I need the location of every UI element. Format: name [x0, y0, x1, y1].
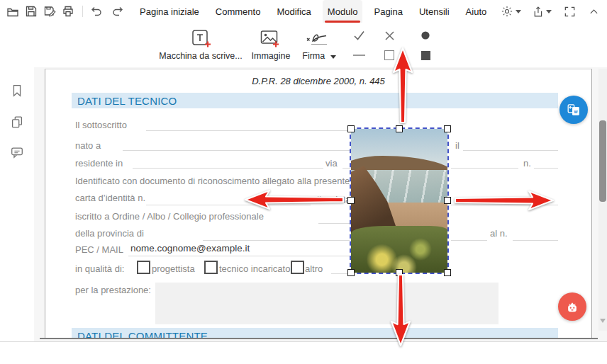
resize-handle-nw[interactable]: [347, 125, 355, 132]
form-field-line[interactable]: [513, 240, 558, 241]
resize-handle-se[interactable]: [444, 269, 451, 276]
comments-button[interactable]: [7, 142, 27, 162]
form-label-iscritto: iscritto a Ordine / Albo / Collegio prof…: [75, 211, 264, 222]
image-add-icon: [260, 29, 281, 49]
form-label-carta-identita: carta d’identità n.: [75, 193, 145, 203]
scrollbar-thumb[interactable]: [599, 120, 606, 202]
share-button[interactable]: [532, 6, 552, 18]
fullscreen-icon: [564, 6, 576, 18]
chevron-up-icon: [588, 6, 600, 18]
menu-utensili[interactable]: Utensili: [414, 0, 455, 23]
checkbox-label-tecnico: tecnico incaricato: [219, 263, 290, 274]
resize-arrow-down: [389, 273, 412, 347]
cross-mark-tool[interactable]: [379, 27, 399, 44]
typewriter-tool-button[interactable]: [191, 28, 212, 49]
checkbox-label-progettista: progettista: [152, 263, 195, 274]
menu-pagina-iniziale[interactable]: Pagina iniziale: [135, 0, 204, 23]
checkbox-altro[interactable]: [291, 261, 304, 274]
form-label-via: via: [325, 158, 338, 169]
form-label-al-n: al n.: [490, 228, 508, 239]
check-mark-tool[interactable]: [349, 27, 369, 44]
save-as-icon: [43, 5, 56, 18]
robot-mascot-icon: [563, 297, 581, 316]
menu-pagina[interactable]: Pagina: [369, 0, 407, 23]
form-field-line[interactable]: [451, 168, 518, 169]
open-file-button[interactable]: [4, 3, 21, 20]
check-mark-icon: [352, 30, 365, 41]
pages-icon: [10, 115, 24, 129]
form-label-identificato: Identificato con documento di riconoscim…: [75, 176, 350, 186]
form-field-line[interactable]: [343, 168, 351, 169]
print-icon: [62, 5, 74, 18]
signature-icon: [305, 30, 329, 47]
form-label-qualita: in qualità di:: [75, 263, 124, 274]
form-field-line[interactable]: [133, 168, 323, 169]
square-filled-tool[interactable]: [416, 47, 435, 64]
chevron-down-icon: [546, 10, 552, 13]
checkbox-progettista[interactable]: [137, 261, 150, 274]
assistant-robot-button[interactable]: [558, 292, 586, 321]
convert-to-word-icon: w: [564, 101, 583, 119]
line-icon: [353, 55, 365, 56]
signature-tool-label: Firma: [294, 51, 344, 61]
resize-handle-sw[interactable]: [347, 269, 355, 276]
filled-dot-icon: [421, 30, 430, 40]
print-button[interactable]: [60, 3, 77, 20]
form-label-nato-a: nato a: [75, 140, 101, 151]
svg-text:w: w: [573, 109, 578, 114]
menu-modulo[interactable]: Modulo: [323, 0, 363, 23]
signature-tool-button[interactable]: [305, 30, 329, 47]
checkbox-tecnico-incaricato[interactable]: [204, 261, 218, 274]
save-button[interactable]: [23, 3, 40, 20]
pec-mail-value[interactable]: nome.cognome@example.it: [130, 243, 250, 254]
resize-handle-e[interactable]: [444, 197, 451, 204]
form-field-line[interactable]: [128, 256, 350, 256]
form-label-prestazione: per la prestazione:: [75, 285, 151, 295]
typewriter-add-icon: [191, 28, 212, 49]
form-field-line[interactable]: [534, 168, 558, 169]
vertical-scrollbar[interactable]: [598, 69, 607, 331]
form-field-line[interactable]: [463, 150, 558, 151]
bookmarks-button[interactable]: [7, 81, 27, 101]
prestazione-textarea[interactable]: [155, 283, 499, 324]
page-bottom-edge: [40, 338, 598, 339]
fullscreen-button[interactable]: [564, 6, 576, 18]
menu-modifica[interactable]: Modifica: [272, 0, 316, 23]
form-field-line[interactable]: [451, 240, 487, 241]
save-icon: [25, 5, 38, 18]
square-filled-icon: [421, 51, 430, 60]
resize-arrow-left: [244, 189, 345, 210]
menubar: Pagina iniziale Commento Modifica Modulo…: [0, 0, 607, 23]
theme-toggle-button[interactable]: [501, 5, 521, 18]
selected-image[interactable]: [351, 129, 447, 273]
document-reference-note: D.P.R. 28 dicembre 2000, n. 445: [45, 76, 591, 86]
form-label-il: il: [455, 140, 460, 151]
redo-button[interactable]: [109, 3, 126, 20]
image-tool-button[interactable]: [260, 29, 281, 49]
collapse-toolbar-button[interactable]: [588, 6, 600, 18]
window-controls: [501, 0, 600, 23]
menu-aiuto[interactable]: Aiuto: [461, 0, 492, 23]
undo-icon: [90, 5, 103, 18]
line-tool[interactable]: [349, 47, 369, 64]
filled-dot-tool[interactable]: [416, 27, 435, 44]
cross-mark-icon: [384, 30, 395, 41]
menu-commento[interactable]: Commento: [211, 0, 266, 23]
form-field-line[interactable]: [318, 223, 350, 224]
resize-handle-ne[interactable]: [444, 125, 451, 132]
save-as-button[interactable]: [41, 3, 58, 20]
form-field-line[interactable]: [203, 240, 350, 241]
toolbar-separator: [82, 6, 83, 17]
page-thumbnails-button[interactable]: [7, 112, 27, 132]
resize-handle-n[interactable]: [396, 125, 403, 132]
form-field-line[interactable]: [123, 150, 350, 151]
chevron-down-icon: [330, 55, 336, 59]
menu-tabs: Pagina iniziale Commento Modifica Modulo…: [135, 0, 491, 23]
undo-button[interactable]: [88, 3, 105, 20]
form-label-residente-in: residente in: [75, 158, 123, 169]
convert-to-word-button[interactable]: w: [559, 96, 588, 124]
form-label-pec-mail: PEC / MAIL: [75, 244, 123, 255]
resize-handle-w[interactable]: [347, 197, 355, 204]
form-field-line[interactable]: [146, 130, 350, 131]
scrollbar-down-arrow[interactable]: [600, 319, 606, 323]
